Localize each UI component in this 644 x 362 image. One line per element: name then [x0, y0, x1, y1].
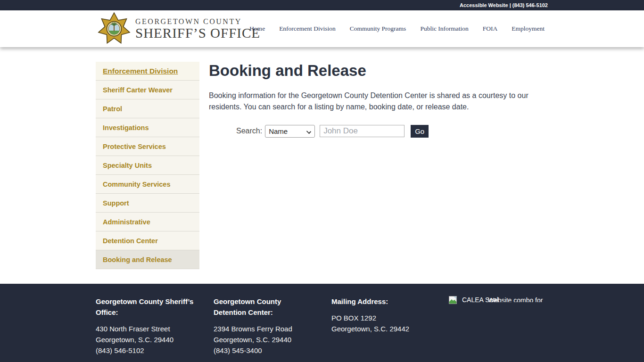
nav-item-foia[interactable]: FOIA — [483, 25, 498, 33]
accessible-website-phone-link[interactable]: Accessible Website | (843) 546-5102 — [0, 0, 644, 10]
footer-address-lines: PO BOX 1292 Georgetown, S.C. 29442 — [331, 313, 442, 334]
address-line: 2394 Browns Ferry Road — [214, 323, 324, 334]
site-logo-text: GEORGETOWN COUNTY SHERIFF’S OFFICE — [135, 17, 260, 40]
nav-item-enforcement-division[interactable]: Enforcement Division — [279, 25, 336, 33]
section-sidebar: Enforcement Division Sheriff Carter Weav… — [96, 62, 199, 269]
sidebar-item-enforcement-division[interactable]: Enforcement Division — [96, 62, 199, 81]
main-content: Booking and Release Booking information … — [209, 61, 537, 138]
footer-heading: Georgetown County Sheriff’s Office: — [96, 296, 206, 318]
calea-alt-text: CALEA Seal Website combo for — [462, 294, 553, 302]
footer-heading-line: Georgetown County — [214, 296, 324, 307]
footer-detention-center-address: Georgetown County Detention Center: 2394… — [214, 296, 324, 356]
footer-heading-line: Detention Center: — [214, 307, 324, 318]
footer-calea-seal: CALEA Seal Website combo for — [449, 296, 553, 304]
nav-item-public-information[interactable]: Public Information — [420, 25, 468, 33]
calea-alt-line: Website combo for — [488, 295, 543, 302]
logo-line1: GEORGETOWN COUNTY — [135, 17, 260, 26]
sidebar-item-community-services[interactable]: Community Services — [96, 175, 199, 194]
footer-address-lines: 430 North Fraser Street Georgetown, S.C.… — [96, 323, 206, 356]
sheriff-badge-icon — [97, 11, 132, 46]
sidebar-item-support[interactable]: Support — [96, 194, 199, 213]
site-logo[interactable]: GEORGETOWN COUNTY SHERIFF’S OFFICE — [97, 11, 260, 46]
sidebar-item-protective-services[interactable]: Protective Services — [96, 137, 199, 156]
sidebar-item-booking-and-release[interactable]: Booking and Release — [96, 250, 199, 269]
footer-heading: Georgetown County Detention Center: — [214, 296, 324, 318]
address-line: PO BOX 1292 — [331, 313, 442, 323]
address-line: Georgetown, S.C. 29440 — [96, 334, 206, 345]
sidebar-item-administrative[interactable]: Administrative — [96, 213, 199, 231]
address-line: Georgetown, S.C. 29440 — [214, 334, 324, 345]
site-header: GEORGETOWN COUNTY SHERIFF’S OFFICE Home … — [0, 10, 644, 47]
phone-line: (843) 546-5102 — [96, 345, 206, 356]
footer-heading-line: Office: — [96, 307, 206, 318]
search-filter-select[interactable]: Name — [265, 125, 315, 138]
broken-image-icon — [449, 296, 457, 304]
search-input[interactable] — [320, 125, 405, 137]
search-label: Search: — [236, 127, 262, 135]
logo-line2: SHERIFF’S OFFICE — [135, 26, 260, 40]
nav-item-community-programs[interactable]: Community Programs — [350, 25, 406, 33]
booking-search-form: Search: Name Go — [236, 124, 537, 138]
calea-broken-image: CALEA Seal Website combo for — [449, 294, 553, 304]
go-button[interactable]: Go — [411, 125, 429, 138]
footer-sheriffs-office-address: Georgetown County Sheriff’s Office: 430 … — [96, 296, 206, 356]
sidebar-item-investigations[interactable]: Investigations — [96, 118, 199, 137]
page: Accessible Website | (843) 546-5102 GEOR… — [0, 0, 644, 362]
nav-item-home[interactable]: Home — [249, 25, 265, 33]
address-line: 430 North Fraser Street — [96, 323, 206, 334]
main-nav: Home Enforcement Division Community Prog… — [249, 10, 545, 47]
footer-mailing-address: Mailing Address: PO BOX 1292 Georgetown,… — [331, 296, 442, 334]
site-footer: Georgetown County Sheriff’s Office: 430 … — [0, 284, 644, 362]
intro-paragraph: Booking information for the Georgetown C… — [209, 90, 534, 112]
footer-heading-line: Georgetown County Sheriff’s — [96, 296, 206, 307]
top-utility-bar: Accessible Website | (843) 546-5102 — [0, 0, 644, 10]
footer-heading: Mailing Address: — [331, 296, 442, 307]
search-filter-wrap: Name — [265, 125, 315, 138]
sidebar-item-detention-center[interactable]: Detention Center — [96, 231, 199, 250]
page-title: Booking and Release — [209, 61, 537, 81]
address-line: Georgetown, S.C. 29442 — [331, 323, 442, 334]
sidebar-item-sheriff-carter-weaver[interactable]: Sheriff Carter Weaver — [96, 81, 199, 99]
footer-address-lines: 2394 Browns Ferry Road Georgetown, S.C. … — [214, 323, 324, 356]
nav-item-employment[interactable]: Employment — [512, 25, 545, 33]
phone-line: (843) 545-3400 — [214, 345, 324, 356]
sidebar-item-specialty-units[interactable]: Specialty Units — [96, 156, 199, 175]
sidebar-item-patrol[interactable]: Patrol — [96, 99, 199, 118]
